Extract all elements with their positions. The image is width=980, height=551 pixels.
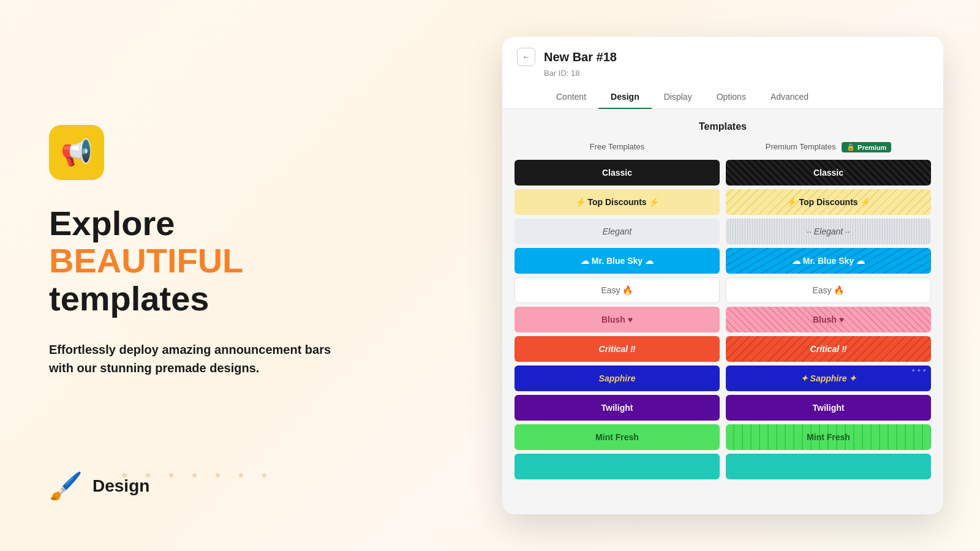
dots-bottom: [123, 473, 274, 478]
templates-body[interactable]: Templates Free Templates Premium Templat…: [502, 109, 943, 514]
templates-grid: Classic ⚡ Top Discounts ⚡ Elegant ☁ Mr. …: [514, 160, 931, 483]
template-elegant-free[interactable]: Elegant: [514, 219, 720, 244]
template-blush-premium[interactable]: Blush ♥: [726, 307, 931, 332]
tab-display[interactable]: Display: [652, 86, 704, 109]
app-header: ← New Bar #18 Bar ID: 18 Content Design …: [502, 37, 943, 109]
subheadline: Effortlessly deploy amazing announcement…: [49, 340, 343, 377]
templates-title: Templates: [514, 121, 931, 132]
design-label: Design: [92, 476, 149, 496]
app-subtitle: Bar ID: 18: [544, 69, 929, 78]
app-title: New Bar #18: [544, 50, 617, 64]
template-blush-free[interactable]: Blush ♥: [514, 307, 720, 332]
tab-content[interactable]: Content: [544, 86, 598, 109]
premium-col-header: Premium Templates 🔒 Premium: [726, 142, 931, 152]
design-icon: 🖌️: [49, 470, 83, 502]
template-top-discounts-free[interactable]: ⚡ Top Discounts ⚡: [514, 189, 720, 215]
title-row: ← New Bar #18: [517, 48, 929, 66]
free-col-header: Free Templates: [514, 142, 720, 152]
tab-bar: Content Design Display Options Advanced: [544, 85, 929, 108]
template-twilight-free[interactable]: Twilight: [514, 395, 720, 421]
template-elegant-premium[interactable]: ·· Elegant ··: [726, 219, 931, 244]
tab-design[interactable]: Design: [598, 86, 652, 109]
template-easy-premium[interactable]: Easy 🔥: [726, 277, 931, 303]
app-icon: 📢: [49, 125, 104, 180]
template-mint-premium[interactable]: Mint Fresh: [726, 424, 931, 450]
template-critical-free[interactable]: Critical ‼: [514, 336, 720, 362]
template-classic-premium[interactable]: Classic: [726, 160, 931, 186]
back-button[interactable]: ←: [517, 48, 535, 66]
headline: Explore BEAUTIFUL templates: [49, 204, 404, 318]
template-top-discounts-premium[interactable]: ⚡ Top Discounts ⚡: [726, 189, 931, 215]
premium-badge: 🔒 Premium: [842, 142, 891, 152]
headline-orange: BEAUTIFUL: [49, 241, 243, 280]
template-mint-free[interactable]: Mint Fresh: [514, 424, 720, 450]
template-twilight-premium[interactable]: Twilight: [726, 395, 931, 421]
premium-templates-col: Classic ⚡ Top Discounts ⚡ ·· Elegant ·· …: [726, 160, 931, 483]
template-blue-sky-free[interactable]: ☁ Mr. Blue Sky ☁: [514, 248, 720, 274]
tab-advanced[interactable]: Advanced: [758, 86, 821, 109]
column-headers: Free Templates Premium Templates 🔒 Premi…: [514, 142, 931, 157]
app-panel: ← New Bar #18 Bar ID: 18 Content Design …: [502, 37, 943, 514]
template-sapphire-premium[interactable]: ✦ Sapphire ✦: [726, 365, 931, 391]
template-easy-free[interactable]: Easy 🔥: [514, 277, 720, 303]
template-sapphire-free[interactable]: Sapphire: [514, 365, 720, 391]
tab-options[interactable]: Options: [704, 86, 758, 109]
template-teal-premium[interactable]: [726, 454, 931, 479]
left-panel: 📢 Explore BEAUTIFUL templates Effortless…: [49, 0, 404, 551]
template-blue-sky-premium[interactable]: ☁ Mr. Blue Sky ☁: [726, 248, 931, 274]
template-teal-free[interactable]: [514, 454, 720, 479]
template-classic-free[interactable]: Classic: [514, 160, 720, 186]
free-templates-col: Classic ⚡ Top Discounts ⚡ Elegant ☁ Mr. …: [514, 160, 720, 483]
template-critical-premium[interactable]: Critical ‼: [726, 336, 931, 362]
